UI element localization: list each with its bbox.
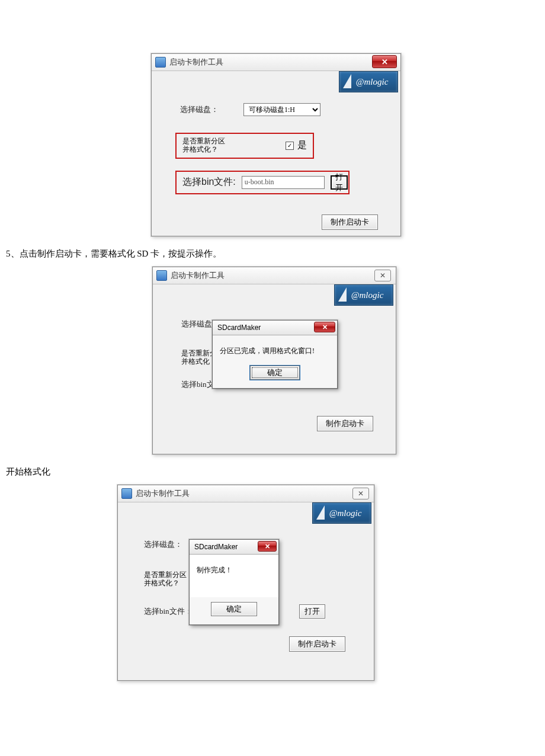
dialog-title: SDcardMaker ✕ — [190, 540, 278, 555]
close-icon[interactable]: ✕ — [258, 541, 277, 552]
app-icon — [155, 57, 166, 68]
start-format-text: 开始格式化 — [6, 466, 539, 478]
select-bin-label: 选择bin文件: — [182, 176, 236, 188]
repartition-checkbox[interactable]: ✓ — [286, 142, 294, 150]
dialog-sdmaker: SDcardMaker ✕ 制作完成！ 确定 — [189, 539, 279, 625]
app-icon — [121, 488, 132, 499]
window-bootcard-2: 启动卡制作工具 ✕ @mlogic 选择磁盘： 是否重新分区 并格式化？ 选择b… — [152, 267, 396, 454]
repartition-label: 是否重新分区 并格式化？ — [182, 137, 225, 154]
make-bootcard-button[interactable]: 制作启动卡 — [322, 214, 378, 230]
dialog-message: 制作完成！ — [190, 555, 278, 597]
make-bootcard-button[interactable]: 制作启动卡 — [289, 636, 345, 652]
close-icon[interactable]: ✕ — [352, 488, 369, 499]
titlebar: 启动卡制作工具 ✕ — [118, 485, 374, 502]
titlebar: 启动卡制作工具 ✕ — [153, 267, 396, 284]
dialog-message: 分区已完成，调用格式化窗口! — [213, 335, 337, 361]
step-5-text: 5、点击制作启动卡，需要格式化 SD 卡，按提示操作。 — [6, 248, 539, 260]
close-icon[interactable]: ✕ — [314, 322, 335, 332]
brand-logo: @mlogic — [334, 284, 393, 306]
bin-file-input[interactable] — [242, 176, 325, 189]
close-icon[interactable]: ✕ — [374, 270, 391, 281]
repartition-highlight-box: 是否重新分区 并格式化？ ✓ 是 — [175, 133, 314, 159]
select-bin-label: 选择bin文件： — [144, 606, 193, 617]
dialog-title: SDcardMaker ✕ — [213, 321, 337, 335]
window-title: 启动卡制作工具 — [171, 270, 225, 281]
brand-logo: @mlogic — [339, 71, 398, 92]
window-title: 启动卡制作工具 — [169, 57, 223, 68]
ok-button[interactable]: 确定 — [250, 366, 300, 380]
close-icon[interactable]: ✕ — [372, 55, 397, 68]
open-button[interactable]: 打开 — [331, 175, 348, 190]
select-disk-label: 选择磁盘： — [144, 539, 182, 550]
titlebar: 启动卡制作工具 ✕ — [152, 54, 400, 71]
brand-logo: @mlogic — [312, 502, 371, 524]
open-button[interactable]: 打开 — [299, 604, 325, 619]
window-title: 启动卡制作工具 — [136, 488, 190, 499]
disk-select[interactable]: 可移动磁盘1:H — [243, 103, 320, 116]
window-bootcard-3: 启动卡制作工具 ✕ @mlogic 选择磁盘： 是否重新分区 并格式化？ 选择b… — [117, 485, 374, 681]
checkbox-yes-label: 是 — [297, 139, 307, 152]
select-disk-label: 选择磁盘： — [180, 104, 219, 115]
repartition-label: 是否重新分区 并格式化？ — [144, 571, 187, 588]
dialog-sdmaker: SDcardMaker ✕ 分区已完成，调用格式化窗口! 确定 — [212, 320, 338, 389]
make-bootcard-button[interactable]: 制作启动卡 — [317, 416, 373, 431]
ok-button[interactable]: 确定 — [211, 602, 257, 616]
binfile-highlight-box: 选择bin文件: 打开 — [175, 171, 350, 194]
window-bootcard-1: 启动卡制作工具 ✕ @mlogic 选择磁盘： 可移动磁盘1:H 是否重新分区 … — [151, 53, 401, 236]
app-icon — [156, 270, 167, 281]
